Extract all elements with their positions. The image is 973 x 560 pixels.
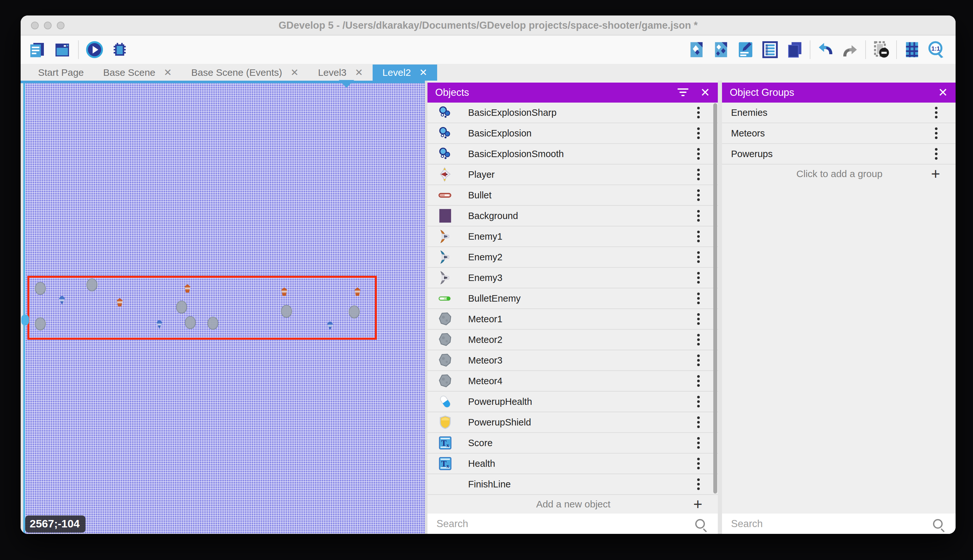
object-row-meteor2[interactable]: Meteor2: [427, 330, 718, 350]
objects-scrollbar-thumb[interactable]: [713, 103, 717, 493]
object-row-basicexplosion[interactable]: BasicExplosion: [427, 123, 718, 144]
scene-properties-icon[interactable]: [687, 40, 706, 59]
tab-start-page[interactable]: Start Page: [28, 65, 93, 81]
play-preview-icon[interactable]: [85, 40, 104, 59]
add-object-row[interactable]: Add a new object +: [427, 495, 718, 513]
layers-icon[interactable]: [785, 40, 804, 59]
text-icon: Tx: [438, 435, 453, 450]
minimize-window-button[interactable]: [44, 22, 52, 29]
object-row-meteor3[interactable]: Meteor3: [427, 350, 718, 371]
row-menu-dots-icon[interactable]: [697, 375, 700, 378]
row-menu-dots-icon[interactable]: [697, 127, 700, 130]
row-menu-dots-icon[interactable]: [935, 148, 938, 151]
row-menu-dots-icon[interactable]: [697, 210, 700, 213]
row-label: Player: [468, 169, 697, 180]
groups-search-input[interactable]: [722, 518, 933, 530]
svg-text:x: x: [447, 442, 450, 448]
properties-edit-icon[interactable]: [736, 40, 755, 59]
row-menu-dots-icon[interactable]: [935, 127, 938, 130]
object-row-finishline[interactable]: FinishLine: [427, 474, 718, 495]
objects-panel-header: Objects ✕: [427, 83, 718, 103]
tab-level3[interactable]: Level3✕: [308, 65, 373, 81]
object-row-enemy2[interactable]: Enemy2: [427, 247, 718, 268]
meteor-icon: [438, 353, 453, 368]
close-icon[interactable]: ✕: [700, 87, 710, 98]
zoom-1-1-icon[interactable]: 1:1: [927, 40, 946, 59]
panel-divider[interactable]: [425, 81, 427, 534]
group-row-meteors[interactable]: Meteors: [722, 123, 956, 144]
object-row-enemy3[interactable]: Enemy3: [427, 268, 718, 288]
close-window-button[interactable]: [31, 22, 39, 29]
filter-icon[interactable]: [676, 88, 690, 97]
row-menu-dots-icon[interactable]: [697, 437, 700, 440]
objects-search-input[interactable]: [427, 518, 695, 530]
object-row-background[interactable]: Background: [427, 206, 718, 227]
object-row-meteor4[interactable]: Meteor4: [427, 371, 718, 392]
svg-text:T: T: [442, 439, 447, 447]
tab-label: Level2: [382, 67, 411, 78]
row-menu-dots-icon[interactable]: [697, 458, 700, 460]
object-row-bullet[interactable]: Bullet: [427, 185, 718, 206]
tab-base-scene[interactable]: Base Scene✕: [93, 65, 182, 81]
objects-editor-icon[interactable]: [712, 40, 730, 59]
object-row-health[interactable]: TxHealth: [427, 453, 718, 474]
grid-icon[interactable]: [903, 40, 921, 59]
row-menu-dots-icon[interactable]: [697, 189, 700, 192]
object-row-player[interactable]: Player: [427, 165, 718, 185]
row-menu-dots-icon[interactable]: [697, 417, 700, 419]
group-row-powerups[interactable]: Powerups: [722, 144, 956, 165]
row-menu-dots-icon[interactable]: [935, 107, 938, 109]
bullet-enemy-icon: [438, 291, 453, 306]
toolbar-separator: [896, 40, 897, 59]
row-label: Enemy1: [468, 231, 697, 242]
gdevelop-window: GDevelop 5 - /Users/dkarakay/Documents/G…: [21, 15, 956, 534]
window-mask-icon[interactable]: [872, 40, 890, 59]
debug-icon[interactable]: [110, 40, 129, 59]
close-icon[interactable]: ✕: [938, 87, 948, 98]
zoom-window-button[interactable]: [57, 22, 65, 29]
tab-close-icon[interactable]: ✕: [355, 68, 363, 77]
object-row-bulletenemy[interactable]: BulletEnemy: [427, 288, 718, 309]
scene-canvas[interactable]: 2567;-104: [21, 81, 425, 534]
row-menu-dots-icon[interactable]: [697, 251, 700, 254]
row-menu-dots-icon[interactable]: [697, 334, 700, 337]
group-row-enemies[interactable]: Enemies: [722, 103, 956, 123]
row-menu-dots-icon[interactable]: [697, 107, 700, 109]
row-label: Meteor4: [468, 376, 697, 387]
main-toolbar: 1:1: [21, 35, 956, 65]
object-row-basicexplosionsmooth[interactable]: BasicExplosionSmooth: [427, 144, 718, 165]
object-row-powerupshield[interactable]: PowerupShield: [427, 412, 718, 433]
row-menu-dots-icon[interactable]: [697, 478, 700, 481]
project-manager-icon[interactable]: [28, 40, 47, 59]
object-row-meteor1[interactable]: Meteor1: [427, 309, 718, 330]
preview-window-icon[interactable]: [53, 40, 72, 59]
objects-panel: Objects ✕ BasicExplosionSharpBasicExplos…: [427, 81, 718, 534]
object-row-poweruphealth[interactable]: PowerupHealth: [427, 392, 718, 412]
editor-tab-bar: Start PageBase Scene✕Base Scene (Events)…: [21, 65, 956, 81]
row-menu-dots-icon[interactable]: [697, 396, 700, 398]
cursor-coordinates-badge: 2567;-104: [25, 515, 85, 533]
row-label: Bullet: [468, 190, 697, 201]
canvas-vertical-scrollbar-thumb[interactable]: [21, 315, 29, 325]
tab-base-scene-events-[interactable]: Base Scene (Events)✕: [182, 65, 308, 81]
row-menu-dots-icon[interactable]: [697, 231, 700, 233]
row-menu-dots-icon[interactable]: [697, 272, 700, 275]
instances-list-icon[interactable]: [761, 40, 780, 59]
enemy2-icon: [438, 250, 453, 265]
row-menu-dots-icon[interactable]: [697, 293, 700, 295]
tab-close-icon[interactable]: ✕: [164, 68, 172, 77]
row-menu-dots-icon[interactable]: [697, 169, 700, 171]
row-menu-dots-icon[interactable]: [697, 148, 700, 151]
tab-close-icon[interactable]: ✕: [420, 68, 427, 77]
tab-level2[interactable]: Level2✕: [373, 65, 437, 81]
tab-label: Level3: [318, 67, 347, 78]
objects-panel-title: Objects: [435, 87, 676, 98]
object-row-basicexplosionsharp[interactable]: BasicExplosionSharp: [427, 103, 718, 123]
object-row-score[interactable]: TxScore: [427, 433, 718, 453]
add-group-row[interactable]: Click to add a group +: [722, 165, 956, 183]
object-row-enemy1[interactable]: Enemy1: [427, 227, 718, 247]
tab-close-icon[interactable]: ✕: [291, 68, 299, 77]
row-menu-dots-icon[interactable]: [697, 355, 700, 357]
row-menu-dots-icon[interactable]: [697, 313, 700, 316]
undo-icon[interactable]: [816, 40, 835, 59]
